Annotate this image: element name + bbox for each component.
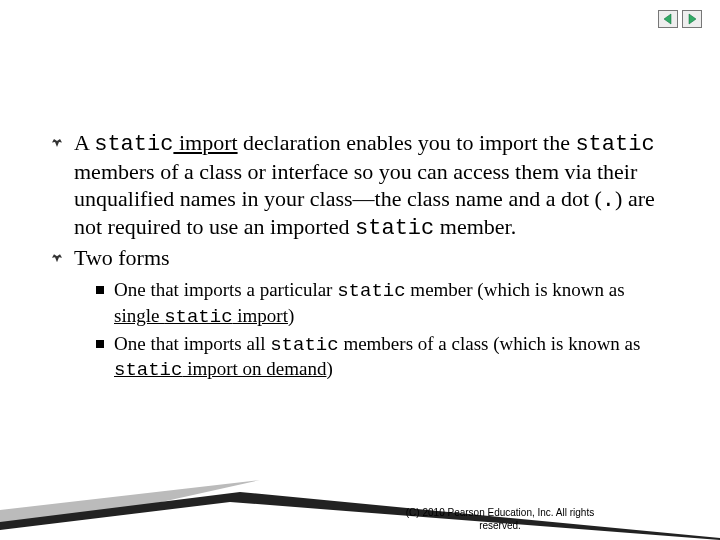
text: member. xyxy=(434,214,516,239)
sub-bullet-single-import: One that imports a particular static mem… xyxy=(96,278,670,330)
text: A xyxy=(74,130,94,155)
bullet-static-import: A static import declaration enables you … xyxy=(50,130,670,243)
footer-decoration xyxy=(0,480,720,540)
next-button[interactable] xyxy=(682,10,702,28)
text: ) xyxy=(326,358,332,379)
svg-marker-3 xyxy=(0,492,720,540)
triangle-left-icon xyxy=(662,13,674,25)
code-static-underline: static xyxy=(114,359,182,381)
text: members of a class or interface so you c… xyxy=(74,159,637,211)
code-static: static xyxy=(270,334,338,356)
text: member (which is known as xyxy=(406,279,625,300)
bullet-two-forms: Two forms One that imports a particular … xyxy=(50,245,670,383)
slide-body: A static import declaration enables you … xyxy=(50,130,670,385)
triangle-right-icon xyxy=(686,13,698,25)
text: ) xyxy=(288,305,294,326)
code-dot: . xyxy=(602,188,615,213)
nav-controls xyxy=(658,10,702,28)
code-static: static xyxy=(575,132,654,157)
text-underline: single xyxy=(114,305,164,326)
slide: A static import declaration enables you … xyxy=(0,0,720,540)
svg-marker-2 xyxy=(0,480,260,540)
text: One that imports a particular xyxy=(114,279,337,300)
text: Two forms xyxy=(74,245,170,270)
main-list: A static import declaration enables you … xyxy=(50,130,670,383)
text-underline: import on demand xyxy=(182,358,326,379)
sub-list: One that imports a particular static mem… xyxy=(74,278,670,383)
copyright: (C) 2010 Pearson Education, Inc. All rig… xyxy=(390,507,610,532)
svg-marker-1 xyxy=(689,14,696,24)
code-static: static xyxy=(355,216,434,241)
text: declaration enables you to import the xyxy=(238,130,576,155)
text: members of a class (which is known as xyxy=(339,333,641,354)
code-static-underline: static xyxy=(164,306,232,328)
sub-bullet-import-on-demand: One that imports all static members of a… xyxy=(96,332,670,384)
text-underline: import xyxy=(173,130,237,155)
code-static: static xyxy=(94,132,173,157)
text: One that imports all xyxy=(114,333,270,354)
svg-marker-0 xyxy=(664,14,671,24)
code-static: static xyxy=(337,280,405,302)
svg-marker-4 xyxy=(0,502,720,540)
text-underline: import xyxy=(233,305,288,326)
prev-button[interactable] xyxy=(658,10,678,28)
